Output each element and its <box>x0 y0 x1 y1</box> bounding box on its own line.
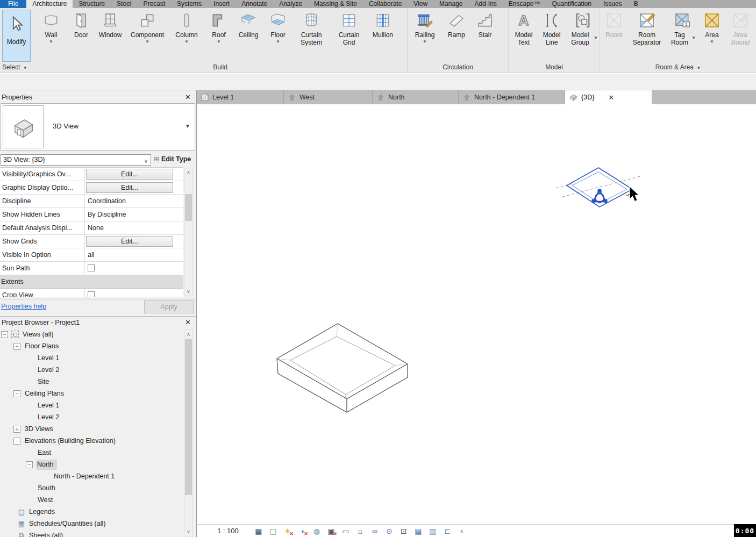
unlocked-3d-view-icon[interactable]: ⌂ <box>355 526 365 536</box>
collapse-toggle[interactable]: − <box>13 390 20 397</box>
tab-file[interactable]: File <box>0 0 26 8</box>
show-hidden-lines-value[interactable]: By Discipline <box>85 208 183 221</box>
panel-label-circulation[interactable]: Circulation <box>408 62 508 73</box>
close-tab-icon[interactable]: ✕ <box>608 94 614 102</box>
shadows-off-icon[interactable]: ◑✕ <box>297 526 307 536</box>
sun-path-off-icon[interactable]: ☀✕ <box>283 526 293 536</box>
tab-collaborate[interactable]: Collaborate <box>363 0 408 8</box>
tab-clipped[interactable]: B <box>628 0 644 8</box>
tree-item-ceiling-level-2[interactable]: Level 2 <box>0 411 183 423</box>
window-button[interactable]: Window <box>95 9 125 62</box>
tab-enscape[interactable]: Enscape™ <box>503 0 546 8</box>
collapse-toggle[interactable]: − <box>13 438 20 445</box>
tree-item-ceiling-plans[interactable]: − Ceiling Plans <box>0 388 183 399</box>
component-button[interactable]: Component ▼ <box>126 9 168 62</box>
tab-systems[interactable]: Systems <box>171 0 208 8</box>
tree-item-elevations[interactable]: − Elevations (Building Elevation) <box>0 435 183 447</box>
tab-steel[interactable]: Steel <box>111 0 137 8</box>
tree-item-east[interactable]: East <box>0 447 183 459</box>
tree-item-legends[interactable]: ▤ Legends <box>0 506 183 518</box>
tab-quantification[interactable]: Quantification <box>546 0 597 8</box>
tree-item-floor-plans[interactable]: − Floor Plans <box>0 340 183 352</box>
view-tab-west[interactable]: West <box>284 90 373 104</box>
reveal-hidden-elements-icon[interactable]: ⊙ <box>384 526 394 536</box>
panel-label-build[interactable]: Build <box>33 62 407 73</box>
tab-view[interactable]: View <box>408 0 433 8</box>
view-tab-3d[interactable]: {3D} ✕ <box>565 90 652 104</box>
drawing-area[interactable] <box>197 104 756 524</box>
scale-button[interactable]: 1 : 100 <box>217 527 239 535</box>
visible-in-option-value[interactable]: all <box>85 248 183 261</box>
tree-item-sheets[interactable]: ⧉ Sheets (all) <box>0 529 183 537</box>
panel-label-model[interactable]: Model <box>509 62 600 73</box>
tree-item-level-1[interactable]: Level 1 <box>0 352 183 364</box>
type-combo[interactable]: 3D View: {3D} ∨ <box>1 154 151 166</box>
tree-item-south[interactable]: South <box>0 482 183 494</box>
area-button[interactable]: Area ▼ <box>700 9 724 62</box>
view-tab-north-dependent-1[interactable]: North - Dependent 1 <box>459 90 565 104</box>
temporary-view-properties-icon[interactable]: ⊡ <box>399 526 409 536</box>
displacement-sets-icon[interactable]: ▥ <box>428 526 438 536</box>
railing-button[interactable]: Railing ▼ <box>409 9 440 62</box>
temporary-hide-isolate-icon[interactable]: ∞ <box>370 526 380 536</box>
type-selector[interactable]: 3D View ▼ <box>1 103 195 151</box>
tree-item-ceiling-level-1[interactable]: Level 1 <box>0 399 183 411</box>
tab-architecture[interactable]: Architecture <box>26 0 73 8</box>
tree-item-north[interactable]: − North <box>0 459 183 470</box>
collapse-toggle[interactable]: − <box>26 461 33 468</box>
expand-toggle[interactable]: + <box>13 426 20 433</box>
model-line-button[interactable]: Model Line <box>538 9 565 62</box>
scroll-up-icon[interactable]: ∧ <box>184 168 192 177</box>
edit-visibility-button[interactable]: Edit... <box>86 169 173 180</box>
edit-show-grids-button[interactable]: Edit... <box>86 236 173 247</box>
rendering-dialog-icon[interactable]: ◍ <box>312 526 322 536</box>
door-button[interactable]: Door <box>68 9 94 62</box>
scroll-down-icon[interactable]: ∨ <box>184 287 192 296</box>
tree-item-site[interactable]: Site <box>0 376 183 388</box>
reveal-constraints-icon[interactable]: ⊏ <box>443 526 452 536</box>
crop-view-checkbox[interactable] <box>88 291 95 297</box>
ramp-button[interactable]: Ramp <box>443 9 470 62</box>
scroll-thumb[interactable] <box>185 339 192 495</box>
tab-issues[interactable]: Issues <box>597 0 628 8</box>
show-crop-region-icon[interactable]: ▭ <box>341 526 351 536</box>
tree-item-west[interactable]: West <box>0 494 183 506</box>
collapse-toggle[interactable]: − <box>13 343 20 350</box>
tab-structure[interactable]: Structure <box>73 0 111 8</box>
detail-level-icon[interactable]: ▦ <box>254 526 263 536</box>
mullion-button[interactable]: Mullion <box>368 9 397 62</box>
scroll-down-icon[interactable]: ∨ <box>184 527 192 536</box>
tag-room-button[interactable]: 1 Tag Room▼ <box>667 9 697 62</box>
visual-style-icon[interactable]: ▢ <box>268 526 278 536</box>
chevron-down-icon[interactable]: ▼ <box>185 123 190 129</box>
crop-view-off-icon[interactable]: ▣✕ <box>326 526 336 536</box>
tab-massing-site[interactable]: Massing & Site <box>308 0 363 8</box>
properties-help-link[interactable]: Properties help <box>1 303 46 310</box>
sun-path-checkbox[interactable] <box>88 264 95 271</box>
collapse-toggle[interactable]: − <box>1 331 8 338</box>
tree-item-level-2[interactable]: Level 2 <box>0 364 183 376</box>
modify-button[interactable]: Modify <box>2 10 31 62</box>
properties-scrollbar[interactable]: ∧ ∨ <box>184 168 193 296</box>
tab-add-ins[interactable]: Add-Ins <box>468 0 502 8</box>
collapse-arrow-icon[interactable]: ‹ <box>457 526 467 536</box>
tree-item-views-all[interactable]: − Views (all) <box>0 328 183 340</box>
view-tab-north[interactable]: North <box>373 90 459 104</box>
tab-insert[interactable]: Insert <box>208 0 236 8</box>
stair-button[interactable]: Stair <box>473 9 497 62</box>
roof-button[interactable]: Roof ▼ <box>205 9 233 62</box>
room-separator-button[interactable]: Room Separator <box>629 9 665 62</box>
floor-button[interactable]: Floor ▼ <box>264 9 292 62</box>
tree-item-north-dependent-1[interactable]: North - Dependent 1 <box>0 470 183 482</box>
panel-label-select[interactable]: Select ▼ <box>0 62 33 73</box>
tab-manage[interactable]: Manage <box>433 0 468 8</box>
edit-type-button[interactable]: ⊞ Edit Type <box>154 155 196 166</box>
tab-precast[interactable]: Precast <box>137 0 171 8</box>
edit-graphic-display-button[interactable]: Edit... <box>86 182 173 193</box>
panel-label-room-area[interactable]: Room & Area ▼ <box>600 62 756 73</box>
wall-button[interactable]: Wall ▼ <box>35 9 67 62</box>
column-button[interactable]: Column ▼ <box>169 9 204 62</box>
default-analysis-value[interactable]: None <box>85 221 183 234</box>
model-group-button[interactable]: Model Group▼ <box>566 9 600 62</box>
tab-annotate[interactable]: Annotate <box>236 0 273 8</box>
